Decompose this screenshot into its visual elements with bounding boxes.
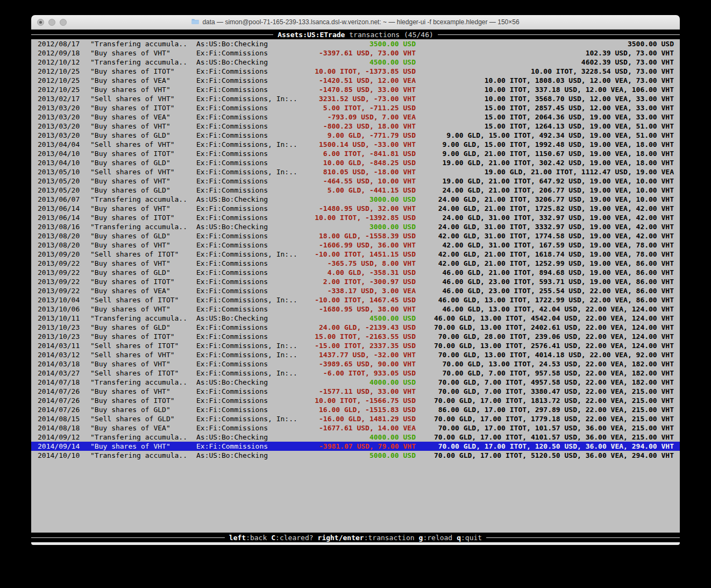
transaction-row[interactable]: 2013/09/22 "Buy shares of ITOT" Ex:Fi:Co… (31, 277, 680, 286)
transaction-row[interactable]: 2012/09/18 "Buy shares of VHT" Ex:Fi:Com… (31, 48, 680, 58)
transaction-row[interactable]: 2013/03/20 "Buy shares of GLD" Ex:Fi:Com… (31, 131, 680, 140)
transaction-description: "Transfering accumula.. (90, 451, 187, 460)
transaction-balance: 24.00 GLD, 21.00 ITOT, 206.77 USD, 19.00… (443, 186, 674, 195)
transaction-accounts: Ex:Fi:Commissions (196, 85, 268, 94)
transaction-balance: 42.00 GLD, 21.00 ITOT, 1252.99 USD, 19.0… (438, 259, 674, 268)
transaction-row[interactable]: 2013/09/22 "Buy shares of GLD" Ex:Fi:Com… (31, 268, 680, 277)
transaction-row[interactable]: 2013/09/22 "Buy shares of VEA" Ex:Fi:Com… (31, 286, 680, 295)
transaction-date: 2013/08/20 (38, 231, 80, 240)
transaction-row[interactable]: 2012/10/25 "Buy shares of ITOT" Ex:Fi:Co… (31, 67, 680, 76)
transaction-row[interactable]: 2013/04/10 "Buy shares of ITOT" Ex:Fi:Co… (31, 149, 680, 158)
transaction-row[interactable]: 2012/10/12 "Transfering accumula.. As:US… (31, 58, 680, 67)
transaction-accounts: Ex:Fi:Commissions, In:.. (196, 414, 297, 423)
transaction-row[interactable]: 2014/03/18 "Buy shares of VHT" Ex:Fi:Com… (31, 359, 680, 369)
transaction-row[interactable]: 2013/09/20 "Sell shares of ITOT" Ex:Fi:C… (31, 250, 680, 259)
transaction-date: 2014/03/27 (38, 369, 80, 378)
transaction-row[interactable]: 2012/10/25 "Buy shares of VHT" Ex:Fi:Com… (31, 85, 680, 94)
transaction-date: 2012/10/25 (38, 76, 80, 85)
transaction-balance: 102.39 USD, 73.00 VHT (586, 48, 674, 58)
transaction-row[interactable]: 2014/03/27 "Sell shares of ITOT" Ex:Fi:C… (31, 369, 680, 378)
transaction-row[interactable]: 2014/03/12 "Sell shares of VHT" Ex:Fi:Co… (31, 350, 680, 359)
transaction-row[interactable]: 2013/10/23 "Buy shares of ITOT" Ex:Fi:Co… (31, 332, 680, 341)
transaction-accounts: Ex:Fi:Commissions (196, 186, 268, 195)
transaction-balance: 86.00 GLD, 17.00 ITOT, 297.89 USD, 22.00… (438, 405, 674, 414)
zoom-button-icon[interactable] (60, 19, 67, 26)
transaction-row[interactable]: 2013/04/10 "Buy shares of GLD" Ex:Fi:Com… (31, 158, 680, 167)
transaction-description: "Transfering accumula.. (90, 314, 187, 323)
transaction-accounts: Ex:Fi:Commissions, In:.. (196, 250, 297, 259)
transaction-accounts: Ex:Fi:Commissions (196, 48, 268, 58)
transaction-amount: -6.00 ITOT, 933.05 USD (323, 369, 416, 378)
transaction-amount: -793.09 USD, 7.00 VEA (328, 112, 416, 122)
help-item: g:reload (419, 533, 453, 542)
transaction-row[interactable]: 2014/08/15 "Sell shares of GLD" Ex:Fi:Co… (31, 414, 680, 423)
transaction-description: "Transfering accumula.. (90, 39, 187, 48)
transaction-row[interactable]: 2013/10/11 "Transfering accumula.. As:US… (31, 314, 680, 323)
transaction-amount: 10.00 ITOT, -1566.75 USD (315, 396, 416, 405)
transaction-row[interactable]: 2013/08/16 "Transfering accumula.. As:US… (31, 222, 680, 231)
transaction-row[interactable]: 2013/05/20 "Buy shares of GLD" Ex:Fi:Com… (31, 186, 680, 195)
transaction-amount: -1420.51 USD, 12.00 VEA (319, 76, 416, 85)
transaction-description: "Buy shares of VHT" (90, 122, 170, 131)
transaction-balance: 3500.00 USD (628, 39, 674, 48)
transaction-description: "Buy shares of ITOT" (90, 332, 175, 341)
transaction-row[interactable]: 2013/06/14 "Buy shares of ITOT" Ex:Fi:Co… (31, 213, 680, 222)
transaction-balance: 10.00 ITOT, 1808.03 USD, 12.00 VEA, 73.0… (485, 76, 674, 85)
close-button-icon[interactable] (37, 19, 44, 26)
header-rule-left (31, 34, 273, 35)
transaction-amount: 10.00 GLD, -848.25 USD (323, 158, 416, 167)
transaction-row[interactable]: 2013/05/10 "Sell shares of VHT" Ex:Fi:Co… (31, 167, 680, 176)
transaction-description: "Sell shares of GLD" (90, 414, 175, 423)
transaction-balance: 70.00 GLD, 13.00 ITOT, 2576.41 USD, 22.0… (434, 341, 674, 350)
transaction-balance: 70.00 GLD, 17.00 ITOT, 4101.57 USD, 36.0… (434, 433, 674, 442)
transaction-row[interactable]: 2013/10/04 "Sell shares of ITOT" Ex:Fi:C… (31, 295, 680, 304)
transaction-amount: -1677.61 USD, 14.00 VEA (319, 423, 416, 433)
transaction-description: "Transfering accumula.. (90, 433, 187, 442)
transaction-row[interactable]: 2014/07/26 "Buy shares of ITOT" Ex:Fi:Co… (31, 396, 680, 405)
transaction-accounts: Ex:Fi:Commissions (196, 213, 268, 222)
transaction-description: "Buy shares of VEA" (90, 112, 170, 122)
help-item: right/enter:transaction (318, 533, 415, 542)
transaction-accounts: As:US:Bo:Checking (196, 222, 268, 231)
transaction-date: 2014/08/18 (38, 423, 80, 433)
transaction-row[interactable]: 2014/03/11 "Sell shares of ITOT" Ex:Fi:C… (31, 341, 680, 350)
transaction-accounts: As:US:Bo:Checking (196, 378, 268, 387)
transaction-row[interactable]: 2013/02/17 "Sell shares of VHT" Ex:Fi:Co… (31, 94, 680, 103)
transaction-row[interactable]: 2014/09/12 "Transfering accumula.. As:US… (31, 433, 680, 442)
transaction-accounts: Ex:Fi:Commissions (196, 131, 268, 140)
transaction-row[interactable]: 2013/03/20 "Buy shares of ITOT" Ex:Fi:Co… (31, 103, 680, 112)
transaction-row[interactable]: 2013/05/20 "Buy shares of VHT" Ex:Fi:Com… (31, 176, 680, 186)
transaction-row[interactable]: 2012/10/25 "Buy shares of VEA" Ex:Fi:Com… (31, 76, 680, 85)
help-item: C:cleared? (271, 533, 313, 542)
transaction-amount: 2.00 ITOT, -300.97 USD (323, 277, 416, 286)
transaction-date: 2013/08/16 (38, 222, 80, 231)
transaction-row[interactable]: 2014/09/14 "Buy shares of VHT" Ex:Fi:Com… (31, 442, 680, 451)
transaction-row[interactable]: 2013/04/04 "Sell shares of VHT" Ex:Fi:Co… (31, 140, 680, 149)
help-key: C (271, 534, 275, 542)
transaction-accounts: Ex:Fi:Commissions (196, 396, 268, 405)
transaction-row[interactable]: 2014/07/26 "Buy shares of VHT" Ex:Fi:Com… (31, 387, 680, 396)
transaction-row[interactable]: 2013/10/23 "Buy shares of GLD" Ex:Fi:Com… (31, 323, 680, 332)
transaction-description: "Transfering accumula.. (90, 222, 187, 231)
transaction-row[interactable]: 2014/07/26 "Buy shares of GLD" Ex:Fi:Com… (31, 405, 680, 414)
transaction-amount: 5.00 ITOT, -711.25 USD (323, 103, 416, 112)
transaction-row[interactable]: 2013/08/20 "Buy shares of GLD" Ex:Fi:Com… (31, 231, 680, 240)
transaction-row[interactable]: 2013/06/14 "Buy shares of VHT" Ex:Fi:Com… (31, 204, 680, 213)
transaction-row[interactable]: 2012/08/17 "Transfering accumula.. As:US… (31, 39, 680, 48)
transaction-row[interactable]: 2013/08/20 "Buy shares of VHT" Ex:Fi:Com… (31, 240, 680, 250)
transaction-date: 2013/04/10 (38, 149, 80, 158)
transaction-description: "Buy shares of ITOT" (90, 396, 175, 405)
transaction-row[interactable]: 2013/03/20 "Buy shares of VEA" Ex:Fi:Com… (31, 112, 680, 122)
transaction-row[interactable]: 2013/06/07 "Transfering accumula.. As:US… (31, 195, 680, 204)
transaction-row[interactable]: 2013/03/20 "Buy shares of VHT" Ex:Fi:Com… (31, 122, 680, 131)
transaction-amount: 4500.00 USD (369, 58, 416, 67)
folder-icon[interactable] (191, 18, 199, 26)
minimize-button-icon[interactable] (48, 19, 55, 26)
transaction-row[interactable]: 2014/10/10 "Transfering accumula.. As:US… (31, 451, 680, 460)
terminal-window: data — simon@pool-71-165-239-133.lsanca.… (31, 15, 680, 545)
transaction-row[interactable]: 2013/09/22 "Buy shares of VHT" Ex:Fi:Com… (31, 259, 680, 268)
transaction-date: 2013/05/20 (38, 186, 80, 195)
transaction-row[interactable]: 2013/10/06 "Buy shares of VHT" Ex:Fi:Com… (31, 304, 680, 314)
transaction-row[interactable]: 2014/07/18 "Transfering accumula.. As:US… (31, 378, 680, 387)
transaction-row[interactable]: 2014/08/18 "Buy shares of VEA" Ex:Fi:Com… (31, 423, 680, 433)
